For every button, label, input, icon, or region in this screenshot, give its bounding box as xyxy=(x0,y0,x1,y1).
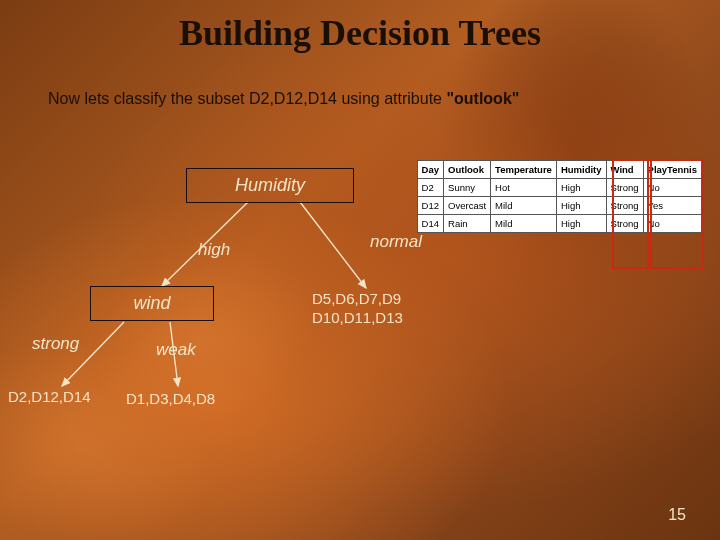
node-humidity-label: Humidity xyxy=(235,175,305,195)
th-outlook: Outlook xyxy=(444,161,491,179)
leaf-normal-line1: D5,D6,D7,D9 xyxy=(312,290,403,309)
slide-subtitle: Now lets classify the subset D2,D12,D14 … xyxy=(48,90,680,108)
leaf-normal-line2: D10,D11,D13 xyxy=(312,309,403,328)
edge-label-weak: weak xyxy=(156,340,196,360)
leaf-weak-set: D1,D3,D4,D8 xyxy=(126,390,215,407)
th-temperature: Temperature xyxy=(491,161,557,179)
highlight-wind-column xyxy=(612,159,649,269)
th-day: Day xyxy=(417,161,443,179)
edge-label-normal: normal xyxy=(370,232,422,252)
node-wind: wind xyxy=(90,286,214,321)
edge-label-high: high xyxy=(198,240,230,260)
node-wind-label: wind xyxy=(133,293,170,313)
subtitle-attr: "outlook" xyxy=(446,90,519,107)
leaf-normal-set: D5,D6,D7,D9 D10,D11,D13 xyxy=(312,290,403,328)
leaf-strong-set: D2,D12,D14 xyxy=(8,388,91,405)
slide-title: Building Decision Trees xyxy=(0,12,720,54)
page-number: 15 xyxy=(668,506,686,524)
edge-label-strong: strong xyxy=(32,334,79,354)
subtitle-text: Now lets classify the subset D2,D12,D14 … xyxy=(48,90,446,107)
th-humidity: Humidity xyxy=(556,161,606,179)
highlight-playtennis-column xyxy=(650,159,704,269)
node-humidity: Humidity xyxy=(186,168,354,203)
